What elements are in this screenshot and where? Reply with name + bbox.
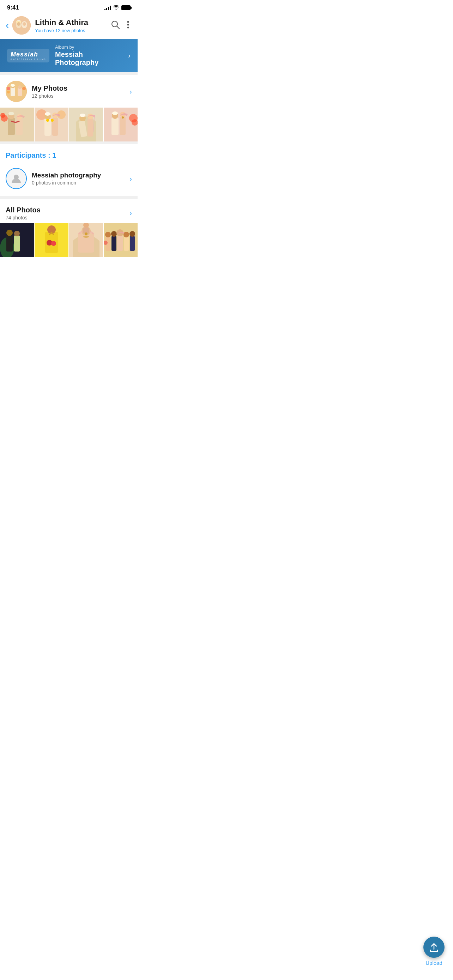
svg-point-84	[124, 232, 129, 237]
participant-info-0: Messiah photography 0 photos in common	[32, 172, 129, 186]
participants-section: Participants : 1 Messiah photography 0 p…	[0, 144, 138, 196]
more-options-button[interactable]	[124, 20, 132, 31]
page-header: ‹ Lithin & Athira You have 12 new photos	[0, 13, 138, 39]
all-photos-title: All Photos	[6, 206, 41, 214]
all-photos-count: 74 photos	[6, 215, 41, 221]
svg-point-86	[129, 231, 135, 237]
logo-subtitle: Photography & Films	[11, 58, 46, 60]
event-title: Lithin & Athira	[35, 18, 111, 27]
svg-rect-59	[14, 235, 20, 251]
photo-thumb-4[interactable]	[104, 108, 138, 142]
svg-point-53	[122, 116, 124, 119]
photo-thumb-2[interactable]	[35, 108, 68, 142]
svg-rect-24	[8, 118, 15, 135]
participants-title: Participants : 1	[6, 151, 132, 159]
all-photos-grid	[0, 223, 138, 257]
svg-point-50	[112, 111, 118, 115]
album-chevron-icon: ›	[128, 51, 130, 60]
svg-point-65	[51, 241, 56, 246]
section-divider-1	[0, 72, 138, 75]
wifi-icon	[113, 5, 119, 10]
svg-point-26	[8, 112, 14, 115]
participant-count-0: 0 photos in common	[32, 180, 129, 186]
my-photos-row[interactable]: My Photos 12 photos ›	[0, 75, 138, 108]
svg-point-66	[51, 232, 52, 234]
svg-point-78	[105, 232, 111, 237]
section-divider-2	[0, 142, 138, 144]
all-photos-chevron-icon: ›	[129, 209, 132, 217]
svg-point-17	[11, 84, 15, 87]
my-photos-count: 12 photos	[32, 93, 129, 99]
my-photos-text: My Photos 12 photos	[32, 84, 129, 99]
my-photos-grid	[0, 108, 138, 142]
svg-rect-48	[111, 118, 119, 135]
status-time: 9:41	[7, 4, 19, 11]
participant-avatar-0	[6, 168, 27, 189]
svg-point-60	[14, 231, 20, 236]
svg-point-37	[46, 119, 49, 122]
participant-chevron-icon-0: ›	[129, 175, 132, 183]
user-silhouette-icon	[10, 172, 22, 185]
svg-point-10	[127, 24, 129, 26]
svg-point-16	[18, 85, 22, 89]
back-button[interactable]: ‹	[6, 20, 9, 31]
new-photos-badge: You have 12 new photos	[35, 28, 111, 33]
messiah-logo: Messiah Photography & Films	[7, 49, 49, 62]
svg-point-38	[51, 119, 54, 122]
svg-line-8	[117, 26, 119, 29]
photo-thumb-1[interactable]	[0, 108, 34, 142]
svg-rect-13	[11, 87, 15, 96]
all-photos-header-row[interactable]: All Photos 74 photos ›	[0, 199, 138, 223]
svg-rect-81	[117, 235, 123, 251]
status-icons	[105, 5, 130, 10]
album-banner[interactable]: Messiah Photography & Films Album by Mes…	[0, 39, 138, 72]
svg-point-34	[45, 112, 51, 116]
all-photos-text-block: All Photos 74 photos	[6, 206, 41, 221]
all-photo-thumb-4[interactable]	[104, 223, 138, 257]
battery-icon	[121, 5, 130, 10]
my-photos-chevron-icon: ›	[129, 88, 132, 95]
svg-point-20	[22, 87, 26, 90]
participant-row-0[interactable]: Messiah photography 0 photos in common ›	[6, 165, 132, 196]
svg-point-67	[49, 234, 51, 235]
event-avatar	[12, 16, 31, 35]
svg-point-5	[17, 22, 21, 26]
album-info: Album by Messiah Photography	[55, 45, 128, 67]
svg-rect-14	[17, 88, 22, 96]
svg-point-0	[12, 16, 31, 35]
all-photo-thumb-3[interactable]	[69, 223, 103, 257]
participant-name-0: Messiah photography	[32, 172, 129, 179]
svg-point-19	[7, 91, 10, 94]
svg-point-80	[111, 231, 117, 237]
svg-rect-85	[130, 236, 135, 251]
my-photos-thumbnail	[6, 81, 27, 102]
search-button[interactable]	[111, 20, 120, 31]
svg-rect-57	[6, 235, 13, 251]
svg-point-58	[6, 230, 13, 236]
svg-point-68	[52, 234, 54, 235]
svg-point-41	[80, 114, 85, 117]
my-photos-section: My Photos 12 photos ›	[0, 75, 138, 142]
svg-point-75	[83, 235, 89, 238]
logo-text: Messiah	[11, 51, 38, 58]
svg-point-9	[127, 21, 129, 23]
signal-icon	[105, 5, 111, 10]
section-divider-3	[0, 196, 138, 199]
album-name: Messiah Photography	[55, 51, 128, 67]
svg-rect-43	[87, 118, 93, 137]
header-text: Lithin & Athira You have 12 new photos	[35, 18, 111, 33]
svg-rect-51	[120, 117, 126, 135]
svg-point-11	[127, 27, 129, 29]
svg-point-23	[0, 113, 5, 118]
photo-thumb-3[interactable]	[69, 108, 103, 142]
all-photo-thumb-2[interactable]	[35, 223, 68, 257]
svg-rect-79	[111, 236, 116, 251]
all-photo-thumb-1[interactable]	[0, 223, 34, 257]
my-photos-title: My Photos	[32, 84, 129, 92]
album-by-label: Album by	[55, 45, 128, 50]
svg-rect-83	[124, 237, 129, 251]
svg-point-74	[85, 232, 87, 235]
svg-point-18	[7, 87, 10, 90]
svg-rect-27	[16, 118, 22, 135]
all-photos-section: All Photos 74 photos ›	[0, 199, 138, 257]
